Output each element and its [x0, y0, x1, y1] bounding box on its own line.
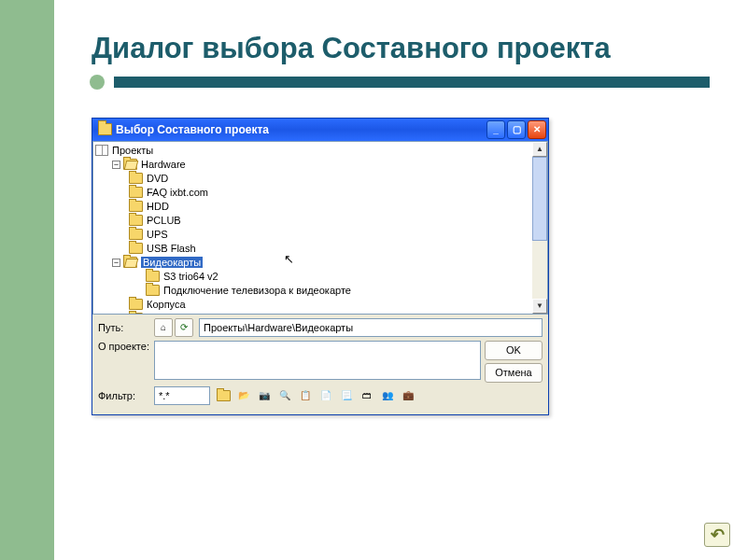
- tree-item[interactable]: Корпуса: [95, 298, 547, 312]
- minimize-button[interactable]: _: [486, 120, 505, 139]
- tree-label: UPS: [147, 229, 168, 240]
- scroll-up-button[interactable]: ▲: [532, 142, 547, 157]
- folder-icon: [129, 215, 143, 226]
- filter-label: Фильтр:: [98, 390, 150, 401]
- tree-label: Подключение телевизора к видеокарте: [163, 285, 351, 296]
- folder-icon: [146, 285, 160, 296]
- tree-item[interactable]: PCLUB: [95, 214, 547, 228]
- cancel-button[interactable]: Отмена: [485, 363, 543, 383]
- folder-icon: [129, 313, 143, 315]
- tree-label: Hardware: [141, 159, 186, 170]
- folder-icon: [129, 187, 143, 198]
- path-label: Путь:: [98, 322, 150, 333]
- tree-subitem[interactable]: S3 trio64 v2: [95, 270, 547, 284]
- collapse-toggle[interactable]: −: [112, 259, 120, 267]
- tree-label: HDD: [147, 201, 169, 212]
- path-input[interactable]: [199, 318, 543, 337]
- database-icon[interactable]: 🗃: [358, 386, 376, 405]
- maximize-button[interactable]: ▢: [507, 120, 526, 139]
- collapse-toggle[interactable]: −: [112, 161, 120, 169]
- tree-item[interactable]: UPS: [95, 228, 547, 242]
- dialog-title: Выбор Составного проекта: [116, 123, 486, 136]
- open-folder-icon[interactable]: 📂: [234, 386, 253, 405]
- folder-icon: [129, 201, 143, 212]
- folder-filter-icon[interactable]: [214, 386, 233, 405]
- page-icon[interactable]: 📄: [317, 386, 335, 405]
- tree-label: Корпуса: [147, 299, 186, 310]
- book-icon: [95, 145, 108, 156]
- tree-node-hardware[interactable]: − Hardware: [95, 158, 547, 172]
- tree-node-selected[interactable]: − Видеокарты: [95, 256, 547, 270]
- scroll-down-button[interactable]: ▼: [532, 299, 547, 314]
- folder-icon: [146, 271, 160, 282]
- tree-label: USB Flash: [147, 243, 196, 254]
- tree-label: PCLUB: [147, 215, 181, 226]
- refresh-button[interactable]: ⟳: [175, 318, 193, 337]
- tree-item[interactable]: DVD: [95, 172, 547, 186]
- about-textarea[interactable]: [154, 341, 481, 380]
- camera-icon[interactable]: 📷: [255, 386, 274, 405]
- folder-icon: [129, 229, 143, 240]
- scroll-thumb[interactable]: [532, 157, 547, 241]
- slide-sidebar: [0, 0, 54, 560]
- scrollbar[interactable]: ▲ ▼: [532, 142, 547, 314]
- dialog-bottom: Путь: ⌂ ⟳ О проекте: OK Отмена Фильтр:: [92, 315, 548, 414]
- search-icon[interactable]: 🔍: [275, 386, 294, 405]
- tree-label: S3 trio64 v2: [163, 271, 218, 282]
- divider-bar: [114, 77, 710, 88]
- slide-content: Диалог выбора Составного проекта Выбор С…: [54, 0, 747, 560]
- tree-subitem[interactable]: Подключение телевизора к видеокарте: [95, 284, 547, 298]
- paste-icon[interactable]: 📋: [296, 386, 315, 405]
- users-icon[interactable]: 👥: [378, 386, 397, 405]
- tree-root[interactable]: Проекты: [95, 144, 547, 158]
- folder-open-icon: [123, 159, 137, 170]
- dialog-titlebar[interactable]: Выбор Составного проекта _ ▢ ✕: [92, 119, 548, 141]
- folder-icon: [129, 299, 143, 310]
- tree-item[interactable]: USB Flash: [95, 242, 547, 256]
- filter-input[interactable]: [154, 386, 210, 405]
- slide-divider: [92, 73, 710, 91]
- folder-icon: [98, 123, 112, 135]
- tree-label-selected: Видеокарты: [141, 257, 203, 268]
- tree-label: DVD: [147, 173, 168, 184]
- folder-icon: [129, 243, 143, 254]
- tree-label: Ксероксы: [147, 313, 192, 315]
- tree-panel[interactable]: Проекты − Hardware DVD FAQ ixbt.com HDD …: [92, 141, 548, 315]
- dialog-window: Выбор Составного проекта _ ▢ ✕ Проекты −…: [92, 118, 549, 415]
- tree-label: FAQ ixbt.com: [147, 187, 208, 198]
- close-button[interactable]: ✕: [528, 120, 546, 139]
- divider-dot: [90, 75, 105, 90]
- tree-item[interactable]: Ксероксы: [95, 312, 547, 315]
- tree-item[interactable]: HDD: [95, 200, 547, 214]
- folder-icon: [129, 173, 143, 184]
- home-button[interactable]: ⌂: [154, 318, 173, 337]
- slide-title: Диалог выбора Составного проекта: [92, 32, 710, 65]
- tree-item[interactable]: FAQ ixbt.com: [95, 186, 547, 200]
- folder-open-icon: [123, 257, 137, 268]
- ok-button[interactable]: OK: [485, 341, 543, 360]
- document-icon[interactable]: 📃: [337, 386, 356, 405]
- return-button[interactable]: ↶: [704, 523, 730, 547]
- filter-toolbar: 📂 📷 🔍 📋 📄 📃 🗃 👥 💼: [214, 386, 543, 405]
- scroll-track[interactable]: [532, 157, 547, 299]
- about-label: О проекте:: [98, 341, 150, 352]
- briefcase-icon[interactable]: 💼: [399, 386, 417, 405]
- tree-label: Проекты: [112, 145, 153, 156]
